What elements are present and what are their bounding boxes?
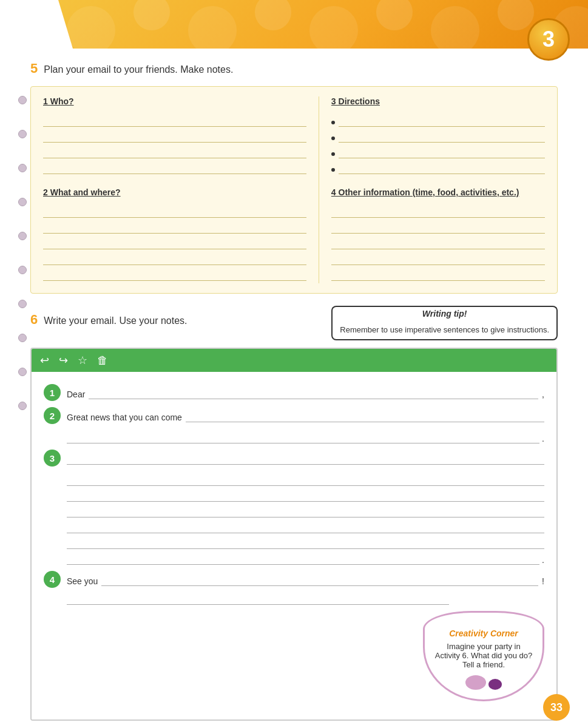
paragraph3-line4[interactable] (67, 504, 544, 517)
activity6-title-row: 6 Write your email. Use your notes. (30, 312, 319, 328)
creativity-text: Imagine your party in Activity 6. What d… (434, 642, 533, 669)
paragraph1-badge: 1 (44, 384, 61, 401)
paragraph4-prefix: See you (67, 576, 98, 586)
email-body: 1 Dear , 2 Great news that you can come (32, 372, 556, 720)
write-line[interactable] (331, 252, 545, 265)
paragraph3-period: . (542, 555, 544, 565)
ring (18, 130, 27, 138)
write-line[interactable] (43, 161, 306, 174)
paragraph1-row: 1 Dear , (44, 384, 544, 401)
ring (18, 334, 27, 342)
write-line[interactable] (331, 220, 545, 234)
paragraph3-block: 3 . (44, 450, 544, 565)
ring (18, 198, 27, 206)
section2-title: 2 What and where? (43, 187, 306, 197)
section4: 4 Other information (time, food, activit… (331, 187, 545, 281)
write-line[interactable] (43, 268, 306, 281)
paragraph3-line7[interactable] (67, 551, 539, 565)
ring-binders (18, 96, 27, 410)
bullet-line[interactable] (331, 113, 545, 127)
write-line[interactable] (43, 145, 306, 158)
bullet-dot (331, 168, 335, 172)
section1-title: 1 Who? (43, 96, 306, 106)
undo-icon[interactable]: ↩ (40, 354, 49, 367)
write-line[interactable] (43, 236, 306, 249)
top-banner (0, 0, 588, 49)
write-line[interactable] (331, 236, 545, 249)
activity5-header: 5 Plan your email to your friends. Make … (30, 61, 558, 76)
bubble1 (465, 675, 486, 690)
paragraph1-input[interactable] (89, 386, 538, 399)
paragraph3-line1[interactable] (67, 451, 544, 465)
bullet-line[interactable] (331, 145, 545, 158)
write-line[interactable] (43, 204, 306, 218)
paragraph1-prefix: Dear (67, 389, 85, 399)
paragraph2-input2[interactable] (67, 430, 539, 443)
activity5-instruction: Plan your email to your friends. Make no… (44, 64, 233, 75)
email-toolbar: ↩ ↪ ☆ 🗑 (32, 349, 556, 372)
star-icon[interactable]: ☆ (78, 354, 87, 367)
paragraph3-line5[interactable] (67, 520, 544, 533)
bullet-dot (331, 121, 335, 124)
notes-box: 1 Who? 2 What and where? (30, 86, 558, 294)
delete-icon[interactable]: 🗑 (97, 354, 108, 367)
paragraph3-lines: . (67, 473, 544, 565)
paragraph2-input1[interactable] (186, 409, 544, 422)
paragraph2-period: . (542, 434, 544, 443)
paragraph4-input[interactable] (101, 573, 538, 586)
bubble2 (488, 679, 502, 690)
paragraph3-badge: 3 (44, 450, 61, 467)
paragraph2-row1: 2 Great news that you can come (44, 407, 544, 424)
creativity-title: Creativity Corner (434, 629, 533, 638)
email-editor: ↩ ↪ ☆ 🗑 1 Dear , (30, 348, 558, 721)
writing-tip: Writing tip! Remember to use imperative … (331, 306, 558, 340)
banner-white-area (0, 0, 73, 49)
bullet-write-line[interactable] (339, 129, 545, 143)
section1: 1 Who? (43, 96, 306, 174)
ring (18, 300, 27, 308)
para4-extra-line[interactable] (67, 592, 449, 605)
bullet-write-line[interactable] (339, 161, 545, 174)
ring (18, 368, 27, 376)
write-line[interactable] (43, 220, 306, 234)
bullet-dot (331, 152, 335, 156)
write-line[interactable] (331, 204, 545, 218)
ring (18, 232, 27, 240)
paragraph3-line6[interactable] (67, 536, 544, 549)
activity6-header: 6 Write your email. Use your notes. Writ… (30, 312, 558, 340)
ring (18, 402, 27, 410)
writing-tip-text: Remember to use imperative sentences to … (331, 320, 558, 340)
writing-tip-label: Writing tip! (331, 306, 558, 320)
section2: 2 What and where? (43, 187, 306, 281)
bullet-write-line[interactable] (339, 113, 545, 127)
write-line[interactable] (43, 252, 306, 265)
bullet-write-line[interactable] (339, 145, 545, 158)
paragraph2-badge: 2 (44, 407, 61, 424)
section3-title: 3 Directions (331, 96, 545, 106)
activity6-instruction: Write your email. Use your notes. (44, 315, 187, 326)
paragraph4-badge: 4 (44, 571, 61, 588)
page-number: 33 (543, 694, 570, 721)
chat-bubbles (434, 675, 533, 690)
write-line[interactable] (43, 113, 306, 127)
paragraph1-comma: , (542, 389, 544, 399)
paragraph3-line3[interactable] (67, 488, 544, 502)
redo-icon[interactable]: ↪ (59, 354, 68, 367)
notes-right-column: 3 Directions (319, 96, 545, 283)
paragraph3-line2[interactable] (67, 473, 544, 486)
ring (18, 266, 27, 274)
paragraph3-row: 3 (44, 450, 544, 467)
paragraph4-suffix: ! (542, 576, 544, 586)
bullet-dot (331, 136, 335, 140)
ring (18, 164, 27, 172)
activity5-number: 5 (30, 61, 38, 76)
activity6-number: 6 (30, 312, 38, 328)
write-line[interactable] (43, 129, 306, 143)
unit-badge: 3 (527, 18, 570, 61)
bullet-line[interactable] (331, 161, 545, 174)
paragraph4-block: 4 See you ! (44, 571, 544, 605)
bullet-line[interactable] (331, 129, 545, 143)
section4-title: 4 Other information (time, food, activit… (331, 187, 545, 197)
paragraph2-block: 2 Great news that you can come . (44, 407, 544, 443)
write-line[interactable] (331, 268, 545, 281)
